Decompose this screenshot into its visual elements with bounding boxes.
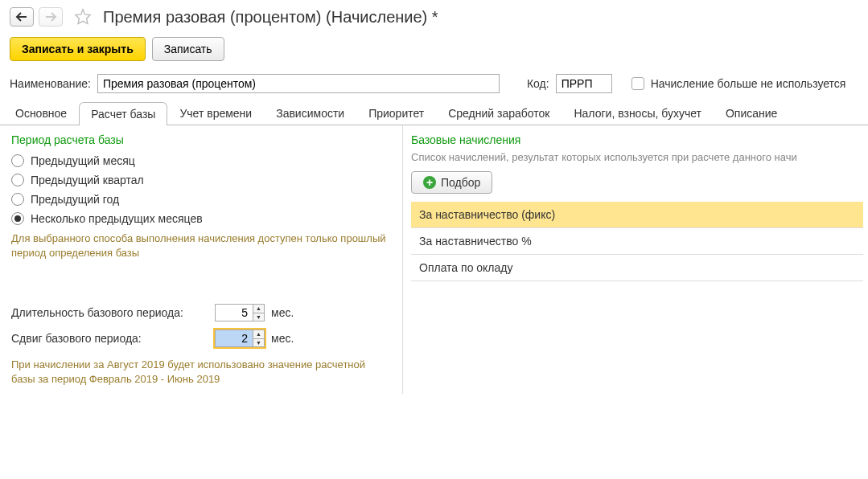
radio-icon (11, 193, 24, 206)
shift-label: Сдвиг базового периода: (11, 332, 208, 345)
radio-icon (11, 154, 24, 167)
base-item-0[interactable]: За наставничество (фикс) (411, 202, 863, 228)
period-radio-3[interactable]: Несколько предыдущих месяцев (11, 209, 391, 228)
shift-input[interactable] (216, 330, 253, 346)
select-button-label: Подбор (441, 176, 480, 189)
code-input[interactable] (556, 74, 612, 93)
radio-label: Несколько предыдущих месяцев (31, 212, 203, 225)
shift-down[interactable]: ▼ (253, 339, 264, 347)
duration-input[interactable] (216, 305, 253, 321)
duration-label: Длительность базового периода: (11, 306, 208, 319)
period-radio-0[interactable]: Предыдущий месяц (11, 151, 391, 170)
radio-label: Предыдущий месяц (31, 154, 135, 167)
duration-down[interactable]: ▼ (253, 313, 264, 321)
duration-up[interactable]: ▲ (253, 305, 264, 313)
tab-0[interactable]: Основное (3, 101, 79, 125)
calc-hint: При начислении за Август 2019 будет испо… (11, 358, 391, 386)
base-item-2[interactable]: Оплата по окладу (411, 255, 863, 281)
base-item-1[interactable]: За наставничество % (411, 228, 863, 255)
shift-up[interactable]: ▲ (253, 330, 264, 339)
radio-icon (11, 174, 24, 186)
period-radio-2[interactable]: Предыдущий год (11, 190, 391, 209)
back-button[interactable] (10, 7, 34, 27)
favorite-star-icon[interactable] (72, 6, 93, 27)
period-radio-1[interactable]: Предыдущий квартал (11, 170, 391, 190)
forward-button (39, 7, 63, 27)
shift-unit: мес. (271, 332, 294, 345)
radio-label: Предыдущий год (31, 193, 119, 206)
tab-6[interactable]: Налоги, взносы, бухучет (562, 101, 714, 125)
tab-7[interactable]: Описание (714, 101, 789, 125)
base-period-title: Период расчета базы (11, 133, 391, 146)
duration-unit: мес. (271, 306, 294, 319)
save-button[interactable]: Записать (152, 37, 224, 61)
base-accruals-title: Базовые начисления (411, 133, 863, 146)
tab-4[interactable]: Приоритет (356, 101, 436, 125)
plus-icon: + (423, 176, 436, 189)
code-label: Код: (527, 77, 549, 90)
tab-2[interactable]: Учет времени (167, 101, 264, 125)
save-close-button[interactable]: Записать и закрыть (10, 37, 146, 61)
not-used-label: Начисление больше не используется (651, 77, 846, 90)
radio-icon (11, 212, 24, 225)
base-accruals-help: Список начислений, результат которых исп… (411, 151, 863, 163)
tab-1[interactable]: Расчет базы (79, 102, 167, 125)
name-input[interactable] (97, 74, 500, 93)
page-title: Премия разовая (процентом) (Начисление) … (103, 8, 438, 27)
select-button[interactable]: + Подбор (411, 171, 492, 194)
period-help-text: Для выбранного способа выполнения начисл… (11, 231, 391, 260)
not-used-checkbox[interactable] (631, 77, 644, 90)
tab-3[interactable]: Зависимости (264, 101, 356, 125)
name-label: Наименование: (10, 77, 91, 90)
radio-label: Предыдущий квартал (31, 174, 144, 186)
tab-5[interactable]: Средний заработок (436, 101, 562, 125)
